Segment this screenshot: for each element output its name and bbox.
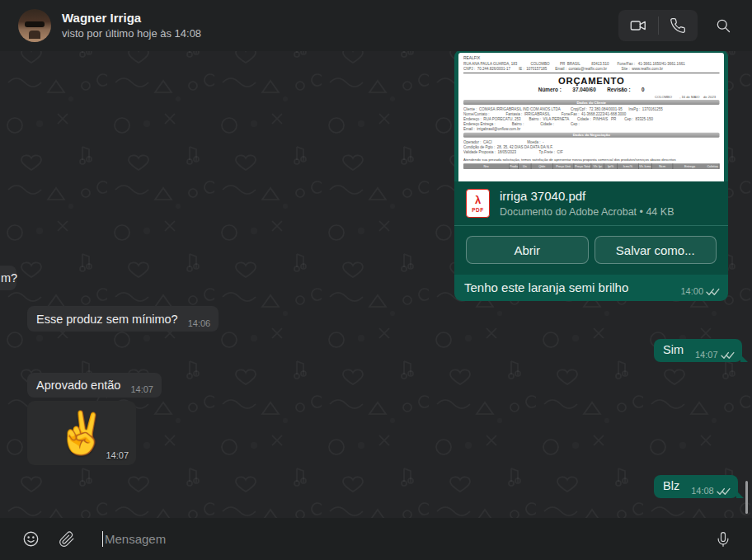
chat-scrollbar-thumb[interactable] xyxy=(745,481,748,514)
incoming-image-message[interactable]: ✌ 14:07 xyxy=(27,401,136,465)
search-icon xyxy=(715,17,731,34)
pdf-date-line: COLOMBO , 16 de MAIO de 2023 xyxy=(463,95,716,99)
text-cursor xyxy=(102,531,103,547)
pdf-doc-title: ORÇAMENTO xyxy=(463,75,720,86)
pdf-table-header-cell: Qtde xyxy=(532,163,553,169)
message-text: Esse produz sem mínimo? xyxy=(36,312,178,327)
message-caption: Tenho este laranja semi brilho xyxy=(464,280,628,294)
smiley-icon xyxy=(22,530,40,548)
pdf-table-header-cell: Entrega xyxy=(673,163,706,169)
file-name: irriga 37040.pdf xyxy=(500,189,674,204)
pdf-intro-text: Atendendo sua prezada solicitação, temos… xyxy=(463,158,720,162)
message-time: 14:07 xyxy=(695,350,718,360)
pdf-table-header-cell: Ncm xyxy=(652,163,674,169)
message-input-placeholder: Mensagem xyxy=(105,532,166,546)
contact-last-seen: visto por último hoje às 14:08 xyxy=(62,28,201,40)
pdf-table-header-cell: Vlr. Ipi xyxy=(591,163,604,169)
conversation-header: Wagner Irriga visto por último hoje às 1… xyxy=(0,0,752,51)
pdf-header-line: RUA ANA PAULA GUARDA, 183 COLOMBO PR BRA… xyxy=(463,61,720,66)
message-text: Sim xyxy=(663,342,684,358)
message-time: 14:07 xyxy=(106,450,129,460)
message-time: 14:00 xyxy=(680,286,703,296)
victory-hand-emoji: ✌ xyxy=(56,412,107,454)
pdf-preview-image[interactable]: REALFIX RUA ANA PAULA GUARDA, 183 COLOMB… xyxy=(458,53,724,181)
incoming-message[interactable]: Aprovado então 14:07 xyxy=(27,373,162,398)
microphone-icon xyxy=(715,531,731,548)
message-time: 14:06 xyxy=(188,318,211,328)
message-text: Blz xyxy=(663,478,679,494)
message-input[interactable]: Mensagem xyxy=(102,518,709,560)
message-time: 14:07 xyxy=(130,384,153,394)
message-time: 14:08 xyxy=(691,486,714,496)
open-file-button[interactable]: Abrir xyxy=(466,236,589,264)
message-composer: Mensagem xyxy=(0,518,752,560)
attached-file-row[interactable]: λ PDF irriga 37040.pdf Documento do Adob… xyxy=(454,181,728,225)
incoming-message[interactable]: Esse produz sem mínimo? 14:06 xyxy=(27,306,219,332)
document-message-bubble[interactable]: REALFIX RUA ANA PAULA GUARDA, 183 COLOMB… xyxy=(454,49,728,301)
pdf-table-header-cell: Coletiva xyxy=(707,163,720,169)
video-camera-icon xyxy=(629,16,647,35)
call-buttons-group xyxy=(618,10,698,41)
clipped-incoming-message[interactable]: m? xyxy=(0,266,16,290)
message-text: m? xyxy=(1,271,17,285)
double-check-icon xyxy=(706,287,720,296)
attach-file-button[interactable] xyxy=(53,525,81,553)
pdf-revisao-value: 0 xyxy=(642,87,645,93)
emoji-picker-button[interactable] xyxy=(16,525,45,553)
double-check-icon xyxy=(721,351,735,360)
outgoing-message[interactable]: Sim 14:07 xyxy=(654,339,742,362)
pdf-table-header-cell: Un xyxy=(519,163,532,169)
pdf-table-header-cell: Produto xyxy=(510,163,519,169)
voice-record-button[interactable] xyxy=(709,525,737,553)
phone-icon xyxy=(670,17,686,34)
pdf-table-header: NroProdutoUnQtdePreço UnitPreço TotalVlr… xyxy=(463,163,720,169)
pdf-table-header-cell: Vlr. Icms xyxy=(639,163,652,169)
message-list: REALFIX RUA ANA PAULA GUARDA, 183 COLOMB… xyxy=(0,0,752,560)
pdf-negotiation-line: Validade Proposta : 18/05/2023 Tp.Frete … xyxy=(463,149,720,154)
pdf-section-negotiation: Dados da Negociação xyxy=(463,133,720,138)
pdf-client-lines: Cliente : COMASA IRRIGABRASIL IND COM AN… xyxy=(463,106,720,131)
pdf-table-header-cell: Preço Total xyxy=(574,163,591,169)
file-meta: Documento do Adobe Acrobat • 44 KB xyxy=(500,206,674,218)
pdf-numero-value: 37.040/60 xyxy=(572,87,595,93)
message-text: Aprovado então xyxy=(36,378,120,393)
pdf-client-line: Email : irrigabrasil@onflow.com.br xyxy=(463,126,720,131)
pdf-table-header-cell: Ipi% xyxy=(604,163,618,169)
paperclip-icon xyxy=(59,531,75,548)
pdf-table-header-cell: Preço Unit xyxy=(553,163,575,169)
video-call-button[interactable] xyxy=(618,10,658,41)
pdf-file-icon-label: PDF xyxy=(472,207,484,213)
whatsapp-window: REALFIX RUA ANA PAULA GUARDA, 183 COLOMB… xyxy=(0,0,752,560)
contact-name[interactable]: Wagner Irriga xyxy=(62,12,201,26)
double-check-icon xyxy=(717,487,731,496)
pdf-numero-label: Número : xyxy=(538,87,562,93)
pdf-header-line: CNPJ : 70.244.826/0001-17 IE : 107015718… xyxy=(463,66,720,71)
pdf-section-client: Dados do Cliente xyxy=(463,100,720,105)
pdf-negotiation-lines: Operador : CACI Moeda : -Condição de Pgt… xyxy=(463,139,720,154)
pdf-table-header-cell: Icms% xyxy=(618,163,639,169)
pdf-table-header-cell: Nro xyxy=(463,163,510,169)
voice-call-button[interactable] xyxy=(659,10,698,41)
pdf-file-icon: λ PDF xyxy=(466,189,490,218)
save-as-button[interactable]: Salvar como... xyxy=(595,236,717,264)
pdf-revisao-label: Revisão : xyxy=(607,87,630,93)
contact-avatar[interactable] xyxy=(18,9,51,42)
outgoing-message[interactable]: Blz 14:08 xyxy=(654,475,738,498)
search-in-chat-button[interactable] xyxy=(709,12,737,40)
